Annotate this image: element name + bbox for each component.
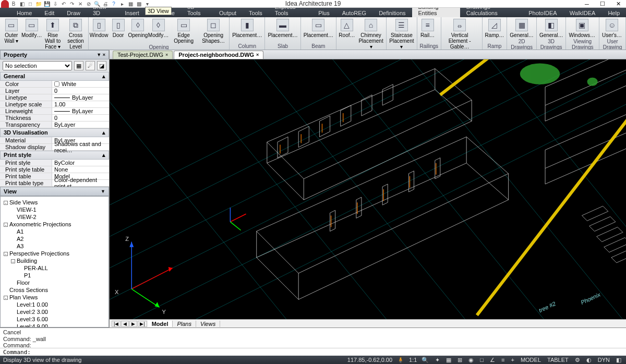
- status-person-icon[interactable]: 🧍: [395, 357, 406, 363]
- qat-cancel-icon[interactable]: ⊘: [86, 1, 92, 7]
- ribbon-btn-general-[interactable]: ◧General…: [538, 18, 564, 39]
- tree-item-plan-views[interactable]: -Plan Views: [4, 294, 106, 301]
- menu-tab-tools[interactable]: Tools: [243, 9, 269, 17]
- ribbon-btn-modify-[interactable]: ◊Modify…: [149, 18, 168, 39]
- minimize-button[interactable]: ─: [579, 0, 595, 8]
- tree-item-perspective-projections[interactable]: -Perspective Projections: [4, 250, 106, 257]
- close-icon[interactable]: ×: [165, 52, 168, 57]
- menu-tab-home[interactable]: Home: [10, 9, 38, 17]
- qat-more-icon[interactable]: ▾: [144, 1, 150, 7]
- property-value[interactable]: ByColor: [52, 160, 109, 166]
- property-row-shadow-display[interactable]: Shadow displayShadows cast and recei…: [0, 144, 109, 151]
- toggle-etrack-icon[interactable]: ∠: [488, 357, 497, 363]
- ribbon-btn-placement-[interactable]: ▬Placement…: [267, 18, 298, 39]
- ribbon-btn-cross-section-level[interactable]: ⧉Cross section Level: [65, 18, 87, 50]
- ribbon-btn-outer-wall-[interactable]: ▭Outer Wall ▾: [2, 18, 21, 44]
- tree-item-side-views[interactable]: -Side Views: [4, 199, 106, 206]
- status-cycle-icon[interactable]: ◐: [585, 357, 593, 363]
- property-row-layer[interactable]: Layer0: [0, 88, 109, 94]
- tree-item-floor[interactable]: Floor: [11, 279, 106, 286]
- tree-item-level-1-0-00[interactable]: Level:1 0.00: [11, 301, 106, 308]
- qat-help-icon[interactable]: ?: [111, 1, 117, 7]
- status-iso-icon[interactable]: ◧: [615, 357, 623, 363]
- tree-item-per-all[interactable]: PER-ALL: [18, 264, 106, 272]
- close-icon[interactable]: ×: [256, 52, 259, 57]
- toggle-grid-icon[interactable]: ▦: [444, 357, 453, 363]
- qat-new-icon[interactable]: □: [27, 1, 33, 7]
- layout-nav-button[interactable]: ◀: [121, 321, 129, 327]
- layout-tab-plans[interactable]: Plans: [173, 321, 196, 327]
- ribbon-btn-window[interactable]: ▯Window: [90, 18, 108, 39]
- ribbon-btn-modify-[interactable]: ▭Modify…: [23, 18, 41, 39]
- qat-3dview-icon[interactable]: ▩: [136, 1, 142, 7]
- layout-nav-button[interactable]: ▶|: [138, 321, 147, 327]
- menu-tab-definitions[interactable]: Definitions: [372, 9, 412, 17]
- qat-export-icon[interactable]: ▸: [119, 1, 125, 7]
- tree-item-view-1[interactable]: VIEW-1: [11, 206, 106, 213]
- status-model-button[interactable]: MODEL: [519, 357, 543, 363]
- ribbon-btn-general-[interactable]: ▦General…: [509, 18, 535, 39]
- status-dyn-button[interactable]: DYN: [596, 357, 611, 363]
- chevron-down-icon[interactable]: ▼: [101, 189, 105, 194]
- view-panel-header[interactable]: View ▼: [0, 187, 109, 196]
- menu-tab-building-entities[interactable]: Building Entities: [412, 8, 460, 17]
- ribbon-btn-edge-opening[interactable]: ▭Edge Opening: [170, 18, 198, 44]
- menu-tab-insert[interactable]: Insert: [118, 9, 146, 17]
- layout-nav-button[interactable]: |◀: [112, 321, 121, 327]
- property-group-header[interactable]: 3D Visualisation▴: [0, 128, 109, 137]
- doc-tab-project-neighborhood-dwg[interactable]: Project-neighborhood.DWG×: [174, 51, 263, 59]
- qat-icon[interactable]: ◧: [19, 1, 25, 7]
- tree-item-axonometric-projections[interactable]: -Axonometric Projections: [4, 221, 106, 228]
- ribbon-btn-windows-[interactable]: ▣Windows…: [568, 18, 596, 39]
- menu-tab-autoreg[interactable]: AutoREG: [336, 9, 372, 17]
- menu-tab-draw-3d[interactable]: Draw 3D: [87, 8, 118, 17]
- qat-undo-icon[interactable]: ↶: [61, 1, 67, 7]
- property-row-print-table-type[interactable]: Print table typeColor-dependent print st…: [0, 180, 109, 187]
- property-row-color[interactable]: ColorWhite: [0, 81, 109, 88]
- qat-preview-icon[interactable]: 🔍: [94, 1, 100, 7]
- toggle-polar-icon[interactable]: ◉: [467, 357, 475, 363]
- maximize-button[interactable]: ☐: [595, 0, 610, 8]
- toggle-snap-icon[interactable]: ✦: [434, 357, 441, 363]
- property-row-print-style-table[interactable]: Print style tableNone: [0, 166, 109, 173]
- qat-open-icon[interactable]: 📁: [35, 1, 42, 7]
- property-row-transparency[interactable]: TransparencyByLayer: [0, 122, 109, 128]
- property-row-linetype[interactable]: LinetypeByLayer: [0, 94, 109, 101]
- ribbon-btn-roof-[interactable]: △Roof…: [338, 18, 356, 39]
- menu-tab-edit[interactable]: Edit: [38, 9, 61, 17]
- tree-item-level-3-6-00[interactable]: Level:3 6.00: [11, 316, 106, 323]
- command-input[interactable]: Command:: [0, 348, 626, 356]
- qat-import-icon[interactable]: ⇩: [52, 1, 58, 7]
- property-row-linetype-scale[interactable]: Linetype scale1.00: [0, 101, 109, 108]
- qat-save-icon[interactable]: 💾: [44, 1, 50, 7]
- menu-tab-drawings-calculations[interactable]: Drawings-Calculations: [460, 8, 522, 17]
- tree-item-level-2-3-00[interactable]: Level:2 3.00: [11, 308, 106, 316]
- quick-select-icon[interactable]: ▦: [74, 61, 83, 70]
- tree-item-building[interactable]: -Building: [11, 257, 106, 264]
- ribbon-btn-chimney-placement-[interactable]: ⌂Chimney Placement ▾: [357, 18, 384, 50]
- tree-item-a2[interactable]: A2: [11, 235, 106, 242]
- tree-item-level-4-9-00[interactable]: Level:4 9.00: [11, 323, 106, 327]
- property-value[interactable]: 1.00: [52, 101, 109, 107]
- tree-item-a1[interactable]: A1: [11, 228, 106, 235]
- menu-tab-3d-tools[interactable]: 3D Tools: [181, 8, 213, 17]
- view-tree[interactable]: -Side ViewsVIEW-1VIEW-2-Axonometric Proj…: [0, 196, 109, 327]
- property-value[interactable]: None: [52, 166, 109, 173]
- tree-item-cross-sections[interactable]: Cross Sections: [4, 286, 106, 294]
- filter-icon[interactable]: ☄: [86, 61, 95, 70]
- toggle-add-icon[interactable]: +: [509, 357, 515, 363]
- menu-tab-help[interactable]: Help: [601, 9, 626, 17]
- toggle-esnap-icon[interactable]: □: [478, 357, 485, 363]
- toggle-ortho-icon[interactable]: ⊞: [456, 357, 464, 363]
- menu-tab-plus[interactable]: Plus: [312, 9, 335, 17]
- drawing-canvas[interactable]: X Y Z tree #2 Phoenix: [110, 59, 626, 319]
- ribbon-btn-door[interactable]: ▯Door: [110, 18, 127, 39]
- property-row-lineweight[interactable]: LineweightByLayer: [0, 108, 109, 115]
- property-group-header[interactable]: General▴: [0, 72, 109, 81]
- layout-nav-button[interactable]: ▶: [129, 321, 137, 327]
- qat-grid-icon[interactable]: ▦: [127, 1, 134, 7]
- qat-print-icon[interactable]: 🖨: [102, 1, 109, 7]
- ribbon-btn-opening[interactable]: ◊Opening: [129, 18, 148, 39]
- menu-tab-express-tools[interactable]: Express Tools: [269, 8, 312, 17]
- layout-tab-model[interactable]: Model: [148, 321, 173, 327]
